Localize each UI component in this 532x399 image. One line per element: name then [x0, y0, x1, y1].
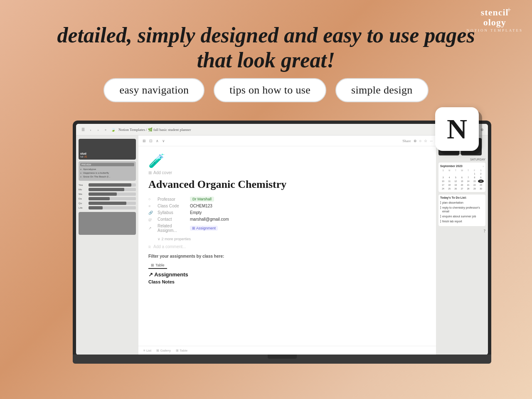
progress-section: Yea Mo We D: [79, 183, 136, 209]
toolbar-icon-1[interactable]: ⊞: [142, 138, 147, 144]
prop-icon-professor: ○: [148, 197, 154, 201]
list-item: Snow On The Beach (f...: [80, 175, 134, 178]
class-notes-heading: Class Notes: [148, 279, 426, 284]
prop-icon-assignment: ↗: [148, 226, 154, 230]
progress-item: Mo: [79, 188, 136, 191]
badge-simple-design: simple design: [335, 78, 429, 102]
prop-label-assignment: Related Assignm...: [158, 224, 187, 233]
progress-item: Yea: [79, 183, 136, 187]
cover-icon: ⊞: [148, 170, 152, 175]
assignments-heading: ↗ Assignments: [148, 271, 426, 278]
notion-logo-small: 🍃: [110, 127, 116, 133]
cal-grid: S M T W T F S: [440, 169, 484, 190]
topbar-nav-icons: ☰ ‹ › + 🍃: [80, 127, 116, 133]
comment-placeholder: Add a comment...: [153, 244, 186, 249]
notion-cube: N: [435, 107, 479, 153]
progress-item: Da: [79, 197, 136, 200]
notion-n-letter: N: [447, 113, 467, 145]
prop-value-professor: Dr Marshall: [190, 197, 214, 202]
prop-syllabus: 🔗 Syllabus Empty: [148, 210, 426, 215]
page-title: Advanced Organic Chemistry: [148, 178, 426, 191]
notion-topbar: ☰ ‹ › + 🍃 Notion Templates / 🌿 fall basi…: [76, 124, 488, 135]
comment-row[interactable]: R Add a comment...: [148, 244, 426, 249]
todo-text: finish lab report: [442, 219, 462, 223]
day-label: SATURDAY: [438, 158, 485, 161]
sidebar-bottom-image: [79, 212, 136, 235]
toolbar-right: Share ⊕ ○ ☆ ···: [402, 139, 433, 143]
table-label: Table: [155, 263, 165, 267]
breadcrumb: Notion Templates / 🌿 fall basic student …: [118, 128, 439, 132]
cal-arrow[interactable]: ›: [483, 164, 484, 168]
toolbar-star-icon[interactable]: ☆: [424, 139, 427, 143]
forward-icon[interactable]: ›: [95, 127, 101, 133]
playlist-section: Apocalypse Happiness is a butterfly Snow…: [80, 168, 134, 178]
add-cover-text: Add cover: [153, 170, 172, 175]
page-emoji: 🧪: [148, 153, 426, 169]
todo-item: ] plan dissertation: [440, 201, 484, 204]
prop-professor: ○ Professor Dr Marshall: [148, 197, 426, 202]
todo-item: ] reply to chemistry professor's email: [440, 206, 484, 213]
help-icon[interactable]: ?: [438, 229, 485, 233]
toolbar-icon-4[interactable]: ∨: [161, 138, 166, 144]
share-btn[interactable]: Share: [402, 139, 411, 143]
sidebar-title: stud: [80, 152, 87, 155]
notion-right-panel: 13 27 SATURDAY September 2023 › S M: [436, 135, 488, 355]
cal-header: September 2023 ›: [440, 164, 484, 168]
preview-badge: PREVIEW: [80, 163, 134, 166]
todo-title: Today's To Do List:: [440, 196, 484, 199]
todo-item: ] enquire about summer job: [440, 214, 484, 218]
todo-checkbox[interactable]: ]: [440, 206, 441, 209]
table-badge[interactable]: ⊞ Table: [148, 262, 167, 269]
prop-assignment: ↗ Related Assignm... ⊞ Assignment: [148, 224, 426, 233]
laptop: ☰ ‹ › + 🍃 Notion Templates / 🌿 fall basi…: [73, 121, 491, 362]
cal-month: September 2023: [440, 165, 463, 167]
bottom-gallery[interactable]: ⊞ Gallery: [156, 349, 171, 352]
add-cover-row[interactable]: ⊞ Add cover: [148, 170, 426, 175]
progress-item: Qu: [79, 202, 136, 205]
prop-label-syllabus: Syllabus: [158, 210, 187, 215]
filter-text: Filter your assignments by class here:: [148, 254, 426, 259]
list-item: Apocalypse: [80, 168, 134, 170]
table-icon: ⊞: [151, 263, 154, 267]
plus-icon[interactable]: +: [103, 127, 108, 133]
prop-icon-syllabus: 🔗: [148, 211, 154, 215]
prop-icon-contact: @: [148, 217, 154, 222]
notion-main: stud fall 🍂 PREVIEW Apocalypse: [76, 135, 488, 355]
prop-value-classcode: OCHEM123: [190, 204, 212, 208]
toolbar-clock-icon[interactable]: ○: [419, 139, 421, 143]
todo-checkbox[interactable]: ]: [440, 219, 441, 222]
todo-checkbox[interactable]: ]: [440, 214, 441, 217]
toolbar-share-icon[interactable]: ⊕: [414, 139, 417, 143]
todo-checkbox[interactable]: ]: [440, 201, 441, 204]
prop-value-syllabus: Empty: [190, 210, 202, 215]
bottom-list[interactable]: ≡ List: [143, 349, 151, 352]
hamburger-icon[interactable]: ☰: [80, 127, 86, 133]
page-content: 🧪 ⊞ Add cover Advanced Organic Chemistry…: [138, 146, 436, 291]
back-icon[interactable]: ‹: [88, 127, 94, 133]
progress-item: We: [79, 192, 136, 196]
badge-easy-navigation: easy navigation: [103, 78, 204, 102]
toolbar-icons: ⊞ ⊡ ∧ ∨: [142, 138, 166, 144]
topbar-icon-share[interactable]: ⊕: [480, 128, 484, 132]
feature-badges: easy navigation tips on how to use simpl…: [0, 78, 532, 102]
notion-page-area[interactable]: ⊞ ⊡ ∧ ∨ Share ⊕ ○ ☆ ···: [138, 135, 436, 355]
assignment-chip[interactable]: ⊞ Assignment: [190, 226, 218, 231]
main-heading: detailed, simply designed and easy to us…: [0, 23, 532, 73]
toolbar-icon-3[interactable]: ∧: [155, 138, 160, 144]
todo-item: ] finish lab report: [440, 219, 484, 223]
comment-icon: R: [148, 245, 151, 249]
notion-sidebar: stud fall 🍂 PREVIEW Apocalypse: [76, 135, 138, 355]
laptop-body: ☰ ‹ › + 🍃 Notion Templates / 🌿 fall basi…: [73, 121, 491, 362]
prop-contact: @ Contact marshall@gmail.com: [148, 217, 426, 222]
more-props[interactable]: ∨ 2 more properties: [158, 237, 426, 241]
prop-label-contact: Contact: [158, 217, 187, 222]
toolbar-icon-2[interactable]: ⊡: [148, 138, 153, 144]
toolbar-more-icon[interactable]: ···: [430, 139, 433, 143]
prop-icon-classcode: ≡: [148, 204, 154, 208]
properties-section: ○ Professor Dr Marshall ≡ Class Code OCH…: [148, 197, 426, 233]
bottom-table[interactable]: ⊞ Table: [176, 349, 187, 352]
sidebar-cover-card: stud fall 🍂: [79, 139, 136, 160]
logo-plus: +: [507, 6, 511, 15]
laptop-screen: ☰ ‹ › + 🍃 Notion Templates / 🌿 fall basi…: [76, 124, 488, 355]
prop-label-classcode: Class Code: [158, 204, 187, 208]
